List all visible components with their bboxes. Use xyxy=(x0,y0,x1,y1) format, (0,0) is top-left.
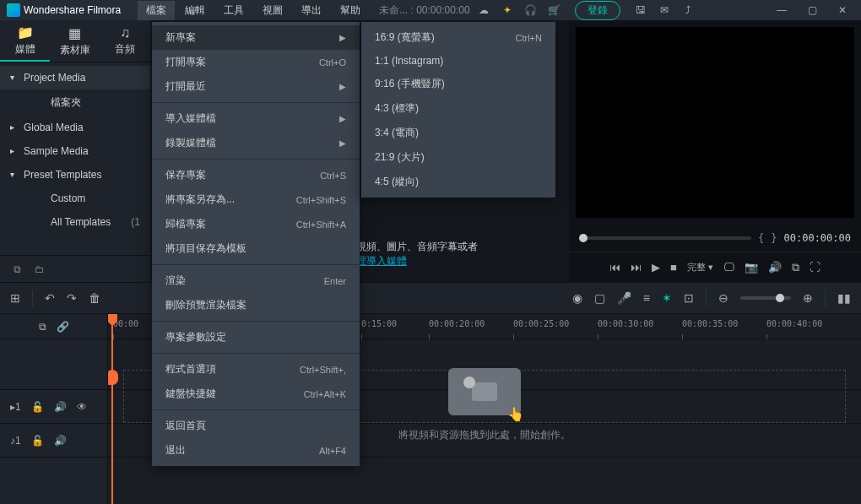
stop-button[interactable]: ■ xyxy=(670,261,677,274)
mask-icon[interactable]: ▢ xyxy=(594,291,605,305)
menu-edit[interactable]: 編輯 xyxy=(176,1,214,20)
tree-all-templates[interactable]: All Templates(1 xyxy=(0,210,150,234)
track-mute-icon[interactable]: 🔊 xyxy=(54,401,67,413)
preview-viewport[interactable] xyxy=(576,27,854,218)
submenu-item[interactable]: 4:3 (標準) xyxy=(361,96,555,121)
music-icon: ♫ xyxy=(120,25,130,41)
tab-stock[interactable]: ▦素材庫 xyxy=(50,20,100,62)
submenu-item[interactable]: 1:1 (Instagram) xyxy=(361,50,555,72)
menu-item[interactable]: 鍵盤快捷鍵Ctrl+Alt+K xyxy=(152,382,360,406)
menu-item[interactable]: 將專案另存為...Ctrl+Shift+S xyxy=(152,187,360,212)
track-lock-icon[interactable]: 🔓 xyxy=(31,401,44,413)
titlebar: Wondershare Filmora 檔案 編輯 工具 視圖 導出 幫助 未命… xyxy=(0,0,861,20)
menubar: 檔案 編輯 工具 視圖 導出 幫助 xyxy=(138,0,369,20)
menu-item[interactable]: 打開專案Ctrl+O xyxy=(152,50,360,74)
track-lock2-icon[interactable]: 🔓 xyxy=(31,435,44,447)
volume-icon[interactable]: 🔊 xyxy=(768,261,782,274)
tree-custom[interactable]: Custom xyxy=(0,187,150,210)
tab-media[interactable]: 📁媒體 xyxy=(0,20,50,62)
tree-project-media[interactable]: ▾Project Media xyxy=(0,66,150,89)
new-folder-icon[interactable]: 🗀 xyxy=(35,263,45,275)
playhead[interactable] xyxy=(111,314,113,504)
sidebar-bottom: ⧉ 🗀 xyxy=(0,255,150,282)
menu-item[interactable]: 返回首頁 xyxy=(152,414,360,438)
display-icon[interactable]: 🖵 xyxy=(723,261,734,274)
export-icon[interactable]: ⤴ xyxy=(678,0,698,20)
cloud-icon[interactable]: ☁ xyxy=(474,0,494,20)
menu-item[interactable]: 新專案▶ xyxy=(152,25,360,50)
preview-controls: ⏮ ⏭ ▶ ■ 完整 ▾ 🖵 📷 🔊 ⧉ ⛶ xyxy=(569,252,861,282)
tree-global-media[interactable]: ▸Global Media xyxy=(0,116,150,139)
submenu-item[interactable]: 16:9 (寬螢幕)Ctrl+N xyxy=(361,25,555,50)
track-mute2-icon[interactable]: 🔊 xyxy=(54,435,67,447)
menu-help[interactable]: 幫助 xyxy=(332,1,369,20)
preview-panel: { } 00:00:00:00 ⏮ ⏭ ▶ ■ 完整 ▾ 🖵 📷 🔊 ⧉ ⛶ xyxy=(569,20,861,282)
mail-icon[interactable]: ✉ xyxy=(654,0,674,20)
quality-select[interactable]: 完整 ▾ xyxy=(687,261,713,274)
prev-frame-button[interactable]: ⏮ xyxy=(609,261,620,274)
zoom-out-button[interactable]: ⊖ xyxy=(718,291,728,305)
submenu-item[interactable]: 3:4 (電商) xyxy=(361,121,555,145)
menu-file[interactable]: 檔案 xyxy=(138,1,175,20)
window-controls: — ▢ ✕ xyxy=(770,1,854,19)
snapshot-icon[interactable]: 📷 xyxy=(745,261,758,274)
fit-icon[interactable]: ▮▮ xyxy=(837,291,851,305)
fullscreen-icon[interactable]: ⛶ xyxy=(810,261,820,274)
menu-export[interactable]: 導出 xyxy=(293,1,330,20)
mixer-icon[interactable]: ≡ xyxy=(643,291,650,305)
voice-icon[interactable]: 🎤 xyxy=(617,291,631,305)
app-title: Wondershare Filmora xyxy=(24,4,121,16)
undo-button[interactable]: ↶ xyxy=(45,291,55,305)
mark-out-icon[interactable]: } xyxy=(771,232,777,244)
playhead-handle[interactable] xyxy=(108,370,118,385)
preview-timecode: 00:00:00:00 xyxy=(784,232,851,244)
delete-button[interactable]: 🗑 xyxy=(89,291,100,305)
menu-item[interactable]: 歸檔專案Ctrl+Shift+A xyxy=(152,212,360,236)
submenu-item[interactable]: 21:9 (大片) xyxy=(361,145,555,170)
menu-item[interactable]: 退出Alt+F4 xyxy=(152,438,360,463)
menu-item[interactable]: 專案參數設定 xyxy=(152,325,360,350)
menu-item[interactable]: 刪除預覽渲染檔案 xyxy=(152,293,360,317)
tree-folder[interactable]: 檔案夾 xyxy=(0,89,150,116)
tab-audio[interactable]: ♫音頻 xyxy=(100,20,150,62)
import-link[interactable]: 裡導入媒體 xyxy=(356,255,407,267)
mark-in-icon[interactable]: { xyxy=(758,232,764,244)
tree-preset-templates[interactable]: ▾Preset Templates xyxy=(0,163,150,187)
copy-icon[interactable]: ⧉ xyxy=(39,321,46,333)
support-icon[interactable]: 🎧 xyxy=(521,0,541,20)
tree-sample-media[interactable]: ▸Sample Media xyxy=(0,139,150,163)
track-audio-icon[interactable]: ♪1 xyxy=(10,435,21,447)
submenu-item[interactable]: 4:5 (縱向) xyxy=(361,170,555,194)
preview-scrubber[interactable] xyxy=(579,236,751,240)
track-visible-icon[interactable]: 👁 xyxy=(77,401,87,413)
menu-item[interactable]: 程式首選項Ctrl+Shift+, xyxy=(152,357,360,382)
menu-item[interactable]: 導入媒體檔▶ xyxy=(152,106,360,131)
layout-icon[interactable]: ⊞ xyxy=(10,291,20,305)
project-status: 未命... : 00:00:00:00 xyxy=(379,3,469,18)
login-button[interactable]: 登錄 xyxy=(575,1,620,20)
auto-beat-icon[interactable]: ✶ xyxy=(662,291,672,305)
maximize-button[interactable]: ▢ xyxy=(800,1,824,19)
play-button[interactable]: ▶ xyxy=(652,261,660,274)
cart-icon[interactable]: 🛒 xyxy=(544,0,565,20)
zoom-in-button[interactable]: ⊕ xyxy=(803,291,813,305)
sidebar-tabs: 📁媒體 ▦素材庫 ♫音頻 xyxy=(0,20,150,62)
menu-tools[interactable]: 工具 xyxy=(215,1,252,20)
submenu-item[interactable]: 9:16 (手機豎屏) xyxy=(361,72,555,96)
menu-item[interactable]: 錄製媒體檔▶ xyxy=(152,131,360,155)
color-icon[interactable]: ◉ xyxy=(572,291,582,305)
close-button[interactable]: ✕ xyxy=(831,1,854,19)
menu-view[interactable]: 視圖 xyxy=(254,1,291,20)
pip-icon[interactable]: ⧉ xyxy=(792,261,799,274)
next-frame-button[interactable]: ⏭ xyxy=(631,261,642,274)
track-video-icon[interactable]: ▸1 xyxy=(10,401,21,413)
filter-icon[interactable]: ⧉ xyxy=(14,263,21,275)
zoom-slider[interactable] xyxy=(740,296,791,300)
redo-button[interactable]: ↷ xyxy=(67,291,77,305)
minimize-button[interactable]: — xyxy=(770,1,793,19)
crop-icon[interactable]: ⊡ xyxy=(684,291,694,305)
menu-item[interactable]: 保存專案Ctrl+S xyxy=(152,163,360,187)
tip-icon[interactable]: ✦ xyxy=(497,0,517,20)
save-icon[interactable]: 🖫 xyxy=(631,0,651,20)
link-icon[interactable]: 🔗 xyxy=(57,321,69,333)
